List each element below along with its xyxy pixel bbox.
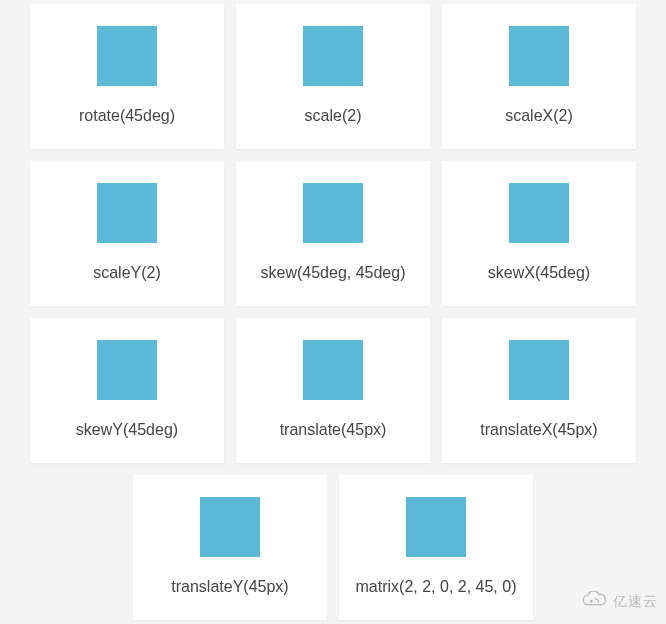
transform-card: translateY(45px) <box>133 475 327 620</box>
transform-card: rotate(45deg) <box>30 4 224 149</box>
transform-card: skewX(45deg) <box>442 161 636 306</box>
transform-card: scaleX(2) <box>442 4 636 149</box>
transform-label: skew(45deg, 45deg) <box>261 263 406 284</box>
transform-label: scaleX(2) <box>505 106 573 127</box>
transform-label: translateX(45px) <box>480 420 597 441</box>
transform-label: translate(45px) <box>280 420 387 441</box>
sample-box <box>97 26 157 86</box>
transform-card: translateX(45px) <box>442 318 636 463</box>
sample-box <box>509 26 569 86</box>
transform-label: skewY(45deg) <box>76 420 178 441</box>
transform-card: scale(2) <box>236 4 430 149</box>
transform-card: skewY(45deg) <box>30 318 224 463</box>
cloud-icon <box>581 591 613 612</box>
sample-box <box>303 183 363 243</box>
sample-box <box>406 497 466 557</box>
transform-card: scaleY(2) <box>30 161 224 306</box>
sample-box <box>303 340 363 400</box>
sample-box <box>97 340 157 400</box>
watermark: 亿速云 <box>581 591 658 612</box>
transform-card: translate(45px) <box>236 318 430 463</box>
sample-box <box>509 183 569 243</box>
transform-label: matrix(2, 2, 0, 2, 45, 0) <box>356 577 517 598</box>
sample-box <box>303 26 363 86</box>
sample-box <box>509 340 569 400</box>
transform-card: skew(45deg, 45deg) <box>236 161 430 306</box>
transform-label: rotate(45deg) <box>79 106 175 127</box>
sample-box <box>200 497 260 557</box>
transform-label: skewX(45deg) <box>488 263 590 284</box>
transform-card: matrix(2, 2, 0, 2, 45, 0) <box>339 475 533 620</box>
svg-point-0 <box>590 600 593 603</box>
watermark-text: 亿速云 <box>613 593 658 611</box>
transform-examples-grid: rotate(45deg) scale(2) scaleX(2) scaleY(… <box>24 4 642 620</box>
transform-label: scaleY(2) <box>93 263 161 284</box>
transform-label: scale(2) <box>305 106 362 127</box>
sample-box <box>97 183 157 243</box>
transform-label: translateY(45px) <box>171 577 288 598</box>
